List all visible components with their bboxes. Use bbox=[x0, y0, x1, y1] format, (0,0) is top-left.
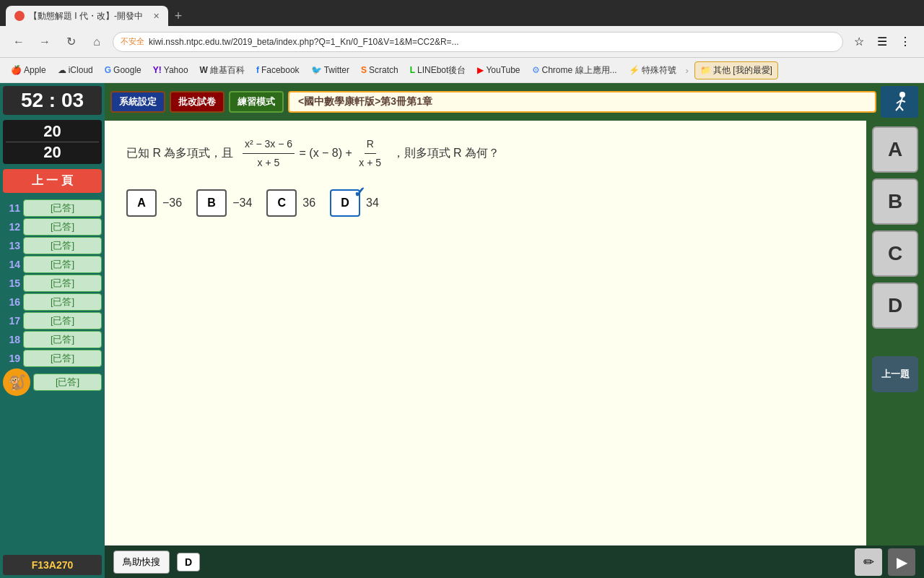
footer-code: F13A270 bbox=[3, 555, 102, 575]
tab-close-btn[interactable]: ✕ bbox=[153, 12, 160, 21]
back-button[interactable]: ← bbox=[9, 32, 29, 52]
bookmark-wikipedia[interactable]: W 維基百科 bbox=[195, 62, 250, 79]
answer-b-button[interactable]: B bbox=[872, 178, 918, 225]
practice-mode-button[interactable]: 練習模式 bbox=[229, 91, 284, 113]
list-item: 15 [已答] bbox=[3, 275, 102, 292]
option-d: D ✓ 34 bbox=[330, 189, 379, 217]
answer-panel: A B C D 上一題 bbox=[866, 121, 924, 545]
q-answered-14[interactable]: [已答] bbox=[23, 256, 102, 273]
q-answered-19[interactable]: [已答] bbox=[23, 350, 102, 367]
active-tab[interactable]: 【動態解題 I 代・改】-開發中 ✕ bbox=[6, 6, 168, 26]
q-answered-12[interactable]: [已答] bbox=[23, 218, 102, 236]
tab-favicon bbox=[14, 11, 25, 21]
navigation-bar: ← → ↻ ⌂ 不安全 kiwi.nssh.ntpc.edu.tw/2019_b… bbox=[0, 26, 924, 58]
numerator-right: R bbox=[365, 135, 376, 154]
tab-bar: 【動態解題 I 代・改】-開發中 ✕ + bbox=[0, 0, 924, 26]
option-c-box[interactable]: C bbox=[266, 189, 297, 217]
bookmark-icloud[interactable]: ☁ iCloud bbox=[53, 63, 98, 77]
user-avatar: 🐒 bbox=[3, 368, 30, 396]
denominator-right: x + 5 bbox=[357, 154, 383, 172]
content-wrapper: 已知 R 為多項式，且 x² − 3x − 6 x + 5 = (x − 8) … bbox=[105, 121, 924, 545]
answer-d-button[interactable]: D bbox=[872, 282, 918, 329]
forward-button[interactable]: → bbox=[35, 32, 55, 52]
url-text: kiwi.nssh.ntpc.edu.tw/2019_beta/index.ph… bbox=[149, 37, 835, 47]
option-a-value: −36 bbox=[162, 197, 182, 210]
option-c: C 36 bbox=[266, 189, 315, 217]
main-wrapper: 系統設定 批改試卷 練習模式 <國中數學康軒版>第3冊第1章 bbox=[105, 83, 924, 578]
bookmark-star-btn[interactable]: ☆ bbox=[849, 32, 869, 52]
grade-papers-button[interactable]: 批改試卷 bbox=[170, 91, 225, 113]
home-button[interactable]: ⌂ bbox=[87, 32, 107, 52]
exit-button[interactable] bbox=[881, 86, 918, 118]
q-answered-15[interactable]: [已答] bbox=[23, 275, 102, 292]
fraction-left: x² − 3x − 6 x + 5 bbox=[243, 135, 295, 172]
options-row: A −36 B −34 C 36 D ✓ bbox=[126, 189, 845, 217]
exit-icon bbox=[886, 89, 912, 115]
prev-page-button[interactable]: 上 一 頁 bbox=[3, 169, 102, 193]
list-item: 12 [已答] bbox=[3, 218, 102, 236]
new-tab-button[interactable]: + bbox=[168, 6, 188, 26]
q-answered-13[interactable]: [已答] bbox=[23, 237, 102, 254]
app-container: 52 : 03 20 20 上 一 頁 11 [已答] 12 [已答] 13 [… bbox=[0, 83, 924, 578]
option-c-value: 36 bbox=[302, 197, 315, 210]
score-total: 20 bbox=[6, 144, 99, 161]
option-d-box[interactable]: D ✓ bbox=[330, 189, 360, 217]
refresh-button[interactable]: ↻ bbox=[61, 32, 81, 52]
list-item: 16 [已答] bbox=[3, 293, 102, 311]
bookmark-facebook[interactable]: f Facebook bbox=[251, 63, 305, 77]
next-button[interactable]: ▶ bbox=[888, 548, 915, 576]
chapter-title: <國中數學康軒版>第3冊第1章 bbox=[288, 91, 876, 113]
bookmark-chrome-apps[interactable]: ⚙ Chrome 線上應用... bbox=[527, 62, 622, 79]
menu-btn[interactable]: ⋮ bbox=[895, 32, 915, 52]
question-content: 已知 R 為多項式，且 x² − 3x − 6 x + 5 = (x − 8) … bbox=[105, 121, 866, 545]
option-a: A −36 bbox=[126, 189, 182, 217]
option-b: B −34 bbox=[196, 189, 252, 217]
option-d-value: 34 bbox=[366, 197, 379, 210]
bookmarks-bar: 🍎 Apple ☁ iCloud G Google Y! Yahoo W 維基百… bbox=[0, 58, 924, 83]
security-warning: 不安全 bbox=[121, 36, 144, 47]
question-text: 已知 R 為多項式，且 x² − 3x − 6 x + 5 = (x − 8) … bbox=[126, 135, 845, 172]
question-list: 11 [已答] 12 [已答] 13 [已答] 14 [已答] 15 [已答] … bbox=[3, 199, 102, 396]
q-answered-16[interactable]: [已答] bbox=[23, 293, 102, 311]
score-current: 20 bbox=[6, 123, 99, 140]
denominator-left: x + 5 bbox=[256, 154, 282, 172]
numerator-left: x² − 3x − 6 bbox=[243, 135, 295, 154]
bookmark-youtube[interactable]: ▶ YouTube bbox=[472, 63, 525, 77]
list-item: 11 [已答] bbox=[3, 199, 102, 217]
tab-title: 【動態解題 I 代・改】-開發中 bbox=[29, 10, 143, 22]
question-prefix: 已知 R 為多項式，且 bbox=[126, 147, 233, 159]
answer-a-button[interactable]: A bbox=[872, 126, 918, 173]
q-answered-11[interactable]: [已答] bbox=[23, 199, 102, 217]
list-item: 14 [已答] bbox=[3, 256, 102, 273]
current-answer-badge: D bbox=[177, 553, 200, 571]
extensions-btn[interactable]: ☰ bbox=[872, 32, 892, 52]
eraser-button[interactable]: ✏ bbox=[855, 548, 882, 576]
bookmarks-more-btn[interactable]: › bbox=[686, 65, 689, 76]
bookmark-yahoo[interactable]: Y! Yahoo bbox=[148, 63, 193, 77]
nav-extra-icons: ☆ ☰ ⋮ bbox=[849, 32, 915, 52]
bookmark-favorites[interactable]: 📁 其他 [我的最愛] bbox=[694, 61, 778, 79]
hint-button[interactable]: 鳥助快搜 bbox=[113, 551, 170, 574]
bookmark-twitter[interactable]: 🐦 Twitter bbox=[306, 63, 354, 77]
bookmark-apple[interactable]: 🍎 Apple bbox=[6, 63, 51, 77]
bookmark-linebot[interactable]: L LINEbot後台 bbox=[405, 62, 471, 79]
q-answered-20[interactable]: [已答] bbox=[33, 374, 102, 391]
list-item: 13 [已答] bbox=[3, 237, 102, 254]
option-a-box[interactable]: A bbox=[126, 189, 157, 217]
q-answered-17[interactable]: [已答] bbox=[23, 312, 102, 329]
prev-question-button[interactable]: 上一題 bbox=[872, 356, 918, 392]
list-item: 🐒 [已答] bbox=[3, 368, 102, 396]
option-b-value: −34 bbox=[232, 197, 252, 210]
q-answered-18[interactable]: [已答] bbox=[23, 331, 102, 348]
browser-chrome: 【動態解題 I 代・改】-開發中 ✕ + ← → ↻ ⌂ 不安全 kiwi.ns… bbox=[0, 0, 924, 83]
answer-c-button[interactable]: C bbox=[872, 230, 918, 277]
bookmark-special-chars[interactable]: ⚡ 特殊符號 bbox=[624, 62, 681, 79]
svg-point-1 bbox=[899, 92, 905, 98]
address-bar[interactable]: 不安全 kiwi.nssh.ntpc.edu.tw/2019_beta/inde… bbox=[113, 32, 843, 52]
system-settings-button[interactable]: 系統設定 bbox=[110, 91, 165, 113]
fraction-right: R x + 5 bbox=[357, 135, 383, 172]
bookmark-google[interactable]: G Google bbox=[100, 63, 147, 77]
option-b-box[interactable]: B bbox=[196, 189, 227, 217]
math-expression: x² − 3x − 6 x + 5 = (x − 8) + R x + 5 bbox=[241, 147, 388, 159]
bookmark-scratch[interactable]: S Scratch bbox=[356, 63, 404, 77]
